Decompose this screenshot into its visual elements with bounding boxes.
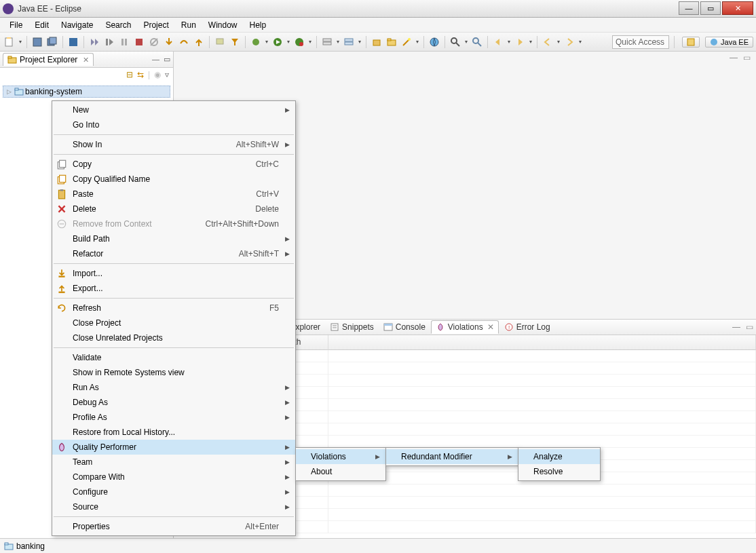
project-explorer-tab[interactable]: Project Explorer ✕ bbox=[3, 53, 94, 66]
title-bar: Java EE - Eclipse — ▭ ✕ bbox=[0, 0, 756, 18]
expand-icon[interactable]: ▷ bbox=[5, 88, 13, 95]
menu-project[interactable]: Project bbox=[138, 19, 174, 31]
open-perspective-button[interactable] bbox=[682, 37, 700, 47]
link-editor-icon[interactable]: ⇆ bbox=[137, 70, 144, 79]
forward-icon[interactable] bbox=[563, 36, 575, 48]
ctx-resolve[interactable]: Resolve bbox=[518, 464, 600, 479]
bottom-minimize-icon[interactable]: — bbox=[732, 322, 740, 332]
toggle-icon[interactable] bbox=[67, 36, 79, 48]
drop-icon[interactable] bbox=[214, 36, 226, 48]
save-icon[interactable] bbox=[31, 36, 43, 48]
minimize-view-icon[interactable]: — bbox=[152, 55, 159, 64]
ctx-team[interactable]: Team▶ bbox=[52, 455, 295, 470]
ctx-analyze[interactable]: Analyze bbox=[518, 449, 600, 464]
suspend-icon[interactable] bbox=[118, 36, 130, 48]
new-icon[interactable] bbox=[3, 36, 16, 48]
ctx-copy-qualified[interactable]: Copy Qualified Name bbox=[52, 172, 295, 187]
save-all-icon[interactable] bbox=[46, 36, 58, 48]
ctx-redundant-modifier[interactable]: Redundant Modifier▶ bbox=[386, 449, 518, 464]
view-menu-icon[interactable]: ▿ bbox=[165, 70, 169, 79]
focus-task-icon[interactable]: ◉ bbox=[154, 70, 161, 79]
ctx-debug-as[interactable]: Debug As▶ bbox=[52, 395, 295, 410]
search-icon[interactable] bbox=[449, 36, 461, 48]
ctx-refactor[interactable]: RefactorAlt+Shift+T▶ bbox=[52, 246, 295, 261]
ctx-close-project[interactable]: Close Project bbox=[52, 316, 295, 330]
search2-icon[interactable] bbox=[471, 36, 483, 48]
minimize-button[interactable]: — bbox=[679, 1, 699, 15]
editor-maximize-icon[interactable]: ▭ bbox=[743, 53, 751, 62]
collapse-all-icon[interactable]: ⊟ bbox=[126, 70, 133, 79]
new-folder-icon[interactable] bbox=[385, 36, 398, 48]
ctx-new[interactable]: New▶ bbox=[52, 102, 295, 117]
ctx-restore-history[interactable]: Restore from Local History... bbox=[52, 425, 295, 440]
back-icon[interactable] bbox=[542, 36, 554, 48]
maximize-view-icon[interactable]: ▭ bbox=[164, 55, 170, 64]
tab-error-log[interactable]: !Error Log bbox=[500, 321, 554, 333]
ctx-compare-with[interactable]: Compare With▶ bbox=[52, 470, 295, 484]
ctx-qp-about[interactable]: About bbox=[296, 464, 385, 479]
close-view-icon[interactable]: ✕ bbox=[83, 56, 89, 64]
ctx-import[interactable]: Import... bbox=[52, 266, 295, 281]
menu-navigate[interactable]: Navigate bbox=[56, 19, 98, 31]
tab-violations[interactable]: Violations✕ bbox=[431, 320, 499, 334]
terminate-icon[interactable] bbox=[133, 36, 145, 48]
skip-icon[interactable] bbox=[88, 36, 100, 48]
close-tab-icon[interactable]: ✕ bbox=[487, 322, 494, 332]
resume-icon[interactable] bbox=[103, 36, 115, 48]
svg-rect-1 bbox=[7, 37, 11, 39]
bottom-maximize-icon[interactable]: ▭ bbox=[746, 322, 753, 332]
server2-icon[interactable] bbox=[343, 36, 355, 48]
ctx-validate[interactable]: Validate bbox=[52, 350, 295, 365]
run-last-icon[interactable] bbox=[293, 36, 305, 48]
ctx-profile-as[interactable]: Profile As▶ bbox=[52, 410, 295, 425]
wand-icon[interactable] bbox=[400, 36, 413, 48]
svg-point-13 bbox=[252, 39, 259, 45]
menu-help[interactable]: Help bbox=[244, 19, 272, 31]
svg-rect-8 bbox=[125, 39, 127, 45]
ctx-show-remote[interactable]: Show in Remote Systems view bbox=[52, 365, 295, 380]
step-into-icon[interactable] bbox=[163, 36, 175, 48]
ctx-run-as[interactable]: Run As▶ bbox=[52, 380, 295, 395]
step-return-icon[interactable] bbox=[193, 36, 205, 48]
tree-node-project[interactable]: ▷ banking-system bbox=[3, 85, 170, 98]
ctx-build-path[interactable]: Build Path▶ bbox=[52, 231, 295, 246]
ctx-qp-violations[interactable]: Violations▶ bbox=[296, 449, 385, 464]
quick-access-input[interactable] bbox=[612, 35, 669, 49]
ctx-show-in[interactable]: Show InAlt+Shift+W▶ bbox=[52, 137, 295, 152]
globe-icon[interactable] bbox=[428, 36, 440, 48]
maximize-button[interactable]: ▭ bbox=[700, 1, 721, 15]
perspective-javaee[interactable]: Java EE bbox=[705, 37, 753, 47]
ctx-configure[interactable]: Configure▶ bbox=[52, 484, 295, 499]
server-icon[interactable] bbox=[321, 36, 333, 48]
new-dropdown[interactable]: ▾ bbox=[18, 39, 23, 45]
new-pkg-icon[interactable] bbox=[371, 36, 383, 48]
annotation-prev-icon[interactable] bbox=[492, 36, 504, 48]
disconnect-icon[interactable] bbox=[148, 36, 160, 48]
step-filter-icon[interactable] bbox=[229, 36, 241, 48]
ctx-source[interactable]: Source▶ bbox=[52, 499, 295, 514]
close-button[interactable]: ✕ bbox=[722, 1, 753, 15]
svg-rect-55 bbox=[60, 189, 64, 191]
tab-console[interactable]: Console bbox=[379, 321, 430, 333]
menu-window[interactable]: Window bbox=[203, 19, 243, 31]
ctx-close-unrelated[interactable]: Close Unrelated Projects bbox=[52, 330, 295, 345]
menu-run[interactable]: Run bbox=[176, 19, 202, 31]
tab-snippets[interactable]: Snippets bbox=[326, 321, 378, 333]
menu-file[interactable]: File bbox=[4, 19, 28, 31]
run-icon[interactable] bbox=[271, 36, 284, 48]
menu-edit[interactable]: Edit bbox=[29, 19, 54, 31]
ctx-copy[interactable]: CopyCtrl+C bbox=[52, 157, 295, 172]
ctx-go-into[interactable]: Go Into bbox=[52, 117, 295, 132]
ctx-export[interactable]: Export... bbox=[52, 281, 295, 296]
editor-minimize-icon[interactable]: — bbox=[730, 53, 738, 62]
ctx-refresh[interactable]: RefreshF5 bbox=[52, 301, 295, 316]
debug-icon[interactable] bbox=[250, 36, 262, 48]
annotation-next-icon[interactable] bbox=[514, 36, 526, 48]
ctx-paste[interactable]: PasteCtrl+V bbox=[52, 187, 295, 202]
menu-search[interactable]: Search bbox=[100, 19, 136, 31]
ctx-properties[interactable]: PropertiesAlt+Enter bbox=[52, 519, 295, 534]
ctx-quality-performer[interactable]: Quality Performer▶ bbox=[52, 440, 295, 455]
ctx-delete[interactable]: DeleteDelete bbox=[52, 202, 295, 216]
grid-col-rest[interactable] bbox=[328, 335, 756, 350]
step-over-icon[interactable] bbox=[178, 36, 190, 48]
